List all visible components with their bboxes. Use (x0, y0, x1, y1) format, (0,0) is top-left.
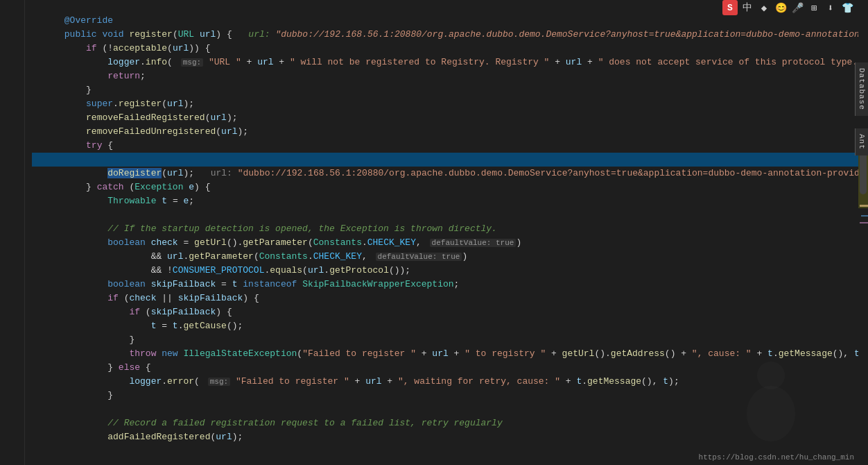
code-line-20: boolean skipFailback = t instanceof Skip… (32, 264, 868, 278)
code-line-22: if (skipFailback) { (32, 291, 868, 305)
ln-25 (0, 333, 19, 347)
code-line-14: Throwable t = e; (32, 180, 868, 194)
code-line-5: return; (32, 56, 868, 69)
ln-23 (0, 305, 19, 319)
code-line-30: // Record a failed registration request … (32, 403, 868, 416)
code-line-24: } (32, 319, 868, 333)
code-line-6: } (32, 69, 868, 83)
toolbar-logo[interactable]: S (722, 0, 738, 15)
code-line-26: } else { (32, 347, 868, 361)
bottom-link: https://blog.csdn.net/hu_chang_min (699, 453, 854, 462)
top-toolbar: S 中 ◆ 😊 🎤 ⊞ ⬇ 👕 (722, 0, 854, 15)
code-line-19: && !CONSUMER_PROTOCOL.equals(url.getProt… (32, 250, 868, 264)
ln-10 (0, 125, 19, 139)
code-line-9: removeFailedUnregistered(url); (32, 111, 868, 125)
toolbar-icon-shirt[interactable]: 👕 (840, 1, 854, 15)
ln-1 (0, 0, 19, 14)
ln-24 (0, 319, 19, 333)
code-line-27: logger.error( msg: "Failed to register "… (32, 361, 868, 375)
ln-17 (0, 222, 19, 236)
ln-11 (0, 139, 19, 153)
code-line-4: logger.info( msg: "URL " + url + " will … (32, 42, 868, 56)
ln-8 (0, 97, 19, 111)
toolbar-icon-zh[interactable]: 中 (740, 1, 754, 15)
ln-14 (0, 180, 19, 194)
code-line-8: removeFailedRegistered(url); (32, 97, 868, 111)
ln-9 (0, 111, 19, 125)
toolbar-icon-download[interactable]: ⬇ (824, 1, 837, 15)
ln-15 (0, 194, 19, 208)
code-line-23: t = t.getCause(); (32, 305, 868, 319)
ln-21 (0, 278, 19, 291)
toolbar-icon-grid[interactable]: ⊞ (807, 1, 821, 15)
code-line-10: try { (32, 125, 868, 139)
database-tab[interactable]: Database (855, 62, 868, 116)
ln-12 (0, 153, 19, 167)
ln-18 (0, 236, 19, 250)
code-line-29 (32, 389, 868, 403)
line-numbers (0, 0, 25, 465)
code-line-16: // If the startup detection is opened, t… (32, 208, 868, 222)
ln-22 (0, 291, 19, 305)
ln-5 (0, 56, 19, 69)
code-line-2: public void register(URL url) { url: "du… (32, 14, 868, 28)
code-line-15 (32, 194, 868, 208)
code-line-13: } catch (Exception e) { (32, 167, 868, 180)
ln-19 (0, 250, 19, 264)
code-line-11: // Sending a registration request to the… (32, 139, 868, 153)
ant-tab[interactable]: Ant (855, 128, 868, 155)
ln-20 (0, 264, 19, 278)
code-line-3: if (!acceptable(url)) { (32, 28, 868, 42)
editor-container: S 中 ◆ 😊 🎤 ⊞ ⬇ 👕 (0, 0, 868, 465)
toolbar-icon-mic[interactable]: 🎤 (790, 1, 804, 15)
ln-28 (0, 375, 19, 389)
code-line-31: addFailedRegistered(url); (32, 416, 868, 430)
code-line-17: boolean check = getUrl().getParameter(Co… (32, 222, 868, 236)
code-line-7: super.register(url); (32, 83, 868, 97)
code-line-18: && url.getParameter(Constants.CHECK_KEY,… (32, 236, 868, 250)
ln-13 (0, 167, 19, 180)
toolbar-icon-dot[interactable]: ◆ (757, 1, 771, 15)
ln-29 (0, 389, 19, 403)
ln-16 (0, 208, 19, 222)
code-line-28: } (32, 375, 868, 389)
code-area: @Override public void register(URL url) … (25, 0, 868, 465)
code-line-21: if (check || skipFailback) { (32, 278, 868, 291)
ln-30 (0, 403, 19, 416)
ln-6 (0, 69, 19, 83)
ln-26 (0, 347, 19, 361)
ln-2 (0, 14, 19, 28)
ln-31 (0, 416, 19, 430)
code-line-12: doRegister(url); url: "dubbo://192.168.5… (32, 153, 868, 167)
ln-7 (0, 83, 19, 97)
toolbar-icon-emoji[interactable]: 😊 (774, 1, 788, 15)
ln-3 (0, 28, 19, 42)
code-line-25: throw new IllegalStateException("Failed … (32, 333, 868, 347)
ln-4 (0, 42, 19, 56)
ln-27 (0, 361, 19, 375)
